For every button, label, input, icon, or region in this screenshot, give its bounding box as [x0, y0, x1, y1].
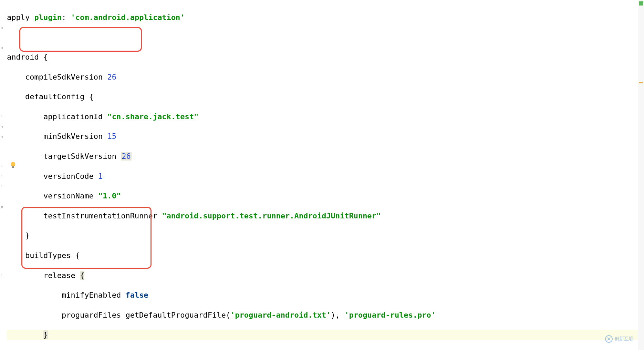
identifier: defaultConfig [25, 92, 89, 101]
fold-toggle-icon[interactable]: ⊟ [1, 26, 4, 30]
identifier: minSdkVersion [43, 132, 107, 141]
fold-toggle-icon[interactable]: ⊟ [1, 135, 4, 139]
fold-end-icon: └ [1, 185, 4, 189]
intention-bulb-icon[interactable] [10, 162, 16, 169]
brace-matched: } [43, 330, 48, 339]
code-editor[interactable]: apply plugin: 'com.android.application' … [0, 0, 644, 350]
brace: { [75, 251, 80, 260]
string-literal: "1.0" [98, 192, 121, 200]
code-line: testInstrumentationRunner "android.suppo… [7, 211, 644, 221]
keyword-false: false [125, 291, 148, 299]
brace: { [43, 53, 48, 61]
fold-toggle-icon[interactable]: ⊟ [1, 125, 4, 129]
identifier: applicationId [43, 112, 107, 121]
number-literal: 26 [107, 73, 116, 81]
code-line: apply plugin: 'com.android.application' [7, 13, 644, 23]
string-literal: "android.support.test.runner.AndroidJUni… [162, 212, 381, 220]
identifier: minifyEnabled [62, 291, 125, 299]
fold-toggle-icon[interactable]: ⊟ [1, 205, 4, 208]
identifier: versionName [43, 192, 98, 200]
brace: } [25, 231, 30, 240]
fold-end-icon: └ [1, 175, 4, 179]
code-line: android { [7, 52, 644, 62]
brace-matched: { [80, 271, 84, 280]
fold-end-icon: └ [1, 165, 4, 169]
identifier: compileSdkVersion [25, 73, 107, 81]
brace: { [89, 92, 93, 101]
string-literal: "cn.share.jack.test" [107, 112, 198, 121]
code-line: versionName "1.0" [7, 191, 644, 201]
code-line: proguardFiles getDefaultProguardFile('pr… [7, 310, 644, 320]
identifier: versionCode [43, 172, 98, 181]
fold-end-icon: └ [1, 115, 4, 119]
string-literal: 'com.android.application' [71, 13, 185, 22]
number-literal: 1 [98, 172, 103, 181]
number-literal: 26 [121, 152, 132, 161]
code-line: buildTypes { [7, 251, 644, 261]
string-literal: 'proguard-android.txt' [230, 311, 331, 319]
code-line [7, 32, 644, 42]
watermark-logo-icon [605, 335, 613, 343]
keyword: plugin [34, 13, 61, 22]
code-line: targetSdkVersion 26 [7, 152, 644, 162]
svg-rect-1 [12, 166, 14, 168]
fold-toggle-icon[interactable]: ⊟ [1, 46, 4, 50]
warning-marker-icon[interactable] [639, 82, 643, 83]
fold-gutter: ⊟ ⊟ └ ⊟ ⊟ └ └ └ ⊟ └ [0, 0, 5, 350]
code-line: applicationId "cn.share.jack.test" [7, 112, 644, 122]
current-line-highlight: } [7, 330, 644, 340]
string-literal: 'proguard-rules.pro' [344, 311, 436, 319]
code-line: } [7, 231, 644, 241]
code-line: release { [7, 271, 644, 281]
identifier: testInstrumentationRunner [43, 212, 162, 220]
identifier: buildTypes [25, 251, 75, 260]
code-line: versionCode 1 [7, 172, 644, 182]
analysis-status-icon[interactable] [639, 1, 643, 6]
code-line: defaultConfig { [7, 92, 644, 102]
watermark: 创新互联 [605, 335, 634, 343]
watermark-text: 创新互联 [614, 336, 634, 342]
keyword: apply [7, 13, 34, 22]
right-gutter [638, 0, 644, 350]
svg-point-0 [11, 162, 15, 167]
code-line: minifyEnabled false [7, 290, 644, 300]
fold-end-icon: └ [1, 275, 4, 278]
punct: : [62, 13, 71, 22]
identifier: proguardFiles getDefaultProguardFile( [62, 311, 230, 319]
number-literal: 15 [107, 132, 116, 141]
identifier: android [7, 53, 43, 61]
identifier: release [43, 271, 80, 280]
code-line: minSdkVersion 15 [7, 132, 644, 142]
code-line: compileSdkVersion 26 [7, 72, 644, 82]
identifier: targetSdkVersion [43, 152, 121, 161]
